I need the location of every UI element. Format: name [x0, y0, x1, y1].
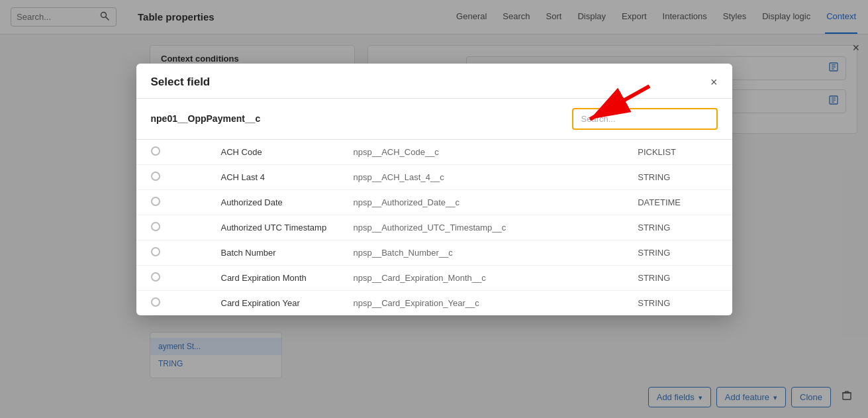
- field-label-cell: Authorized Date: [211, 189, 343, 215]
- field-type-cell: DATETIME: [627, 189, 732, 215]
- table-row[interactable]: Batch Number npsp__Batch_Number__c STRIN…: [136, 240, 732, 265]
- field-type-cell: STRING: [627, 290, 732, 315]
- radio-button[interactable]: [151, 172, 160, 181]
- table-row[interactable]: Authorized Date npsp__Authorized_Date__c…: [136, 189, 732, 215]
- table-row[interactable]: Card Expiration Month npsp__Card_Expirat…: [136, 265, 732, 290]
- table-row[interactable]: ACH Code npsp__ACH_Code__c PICKLIST: [136, 140, 732, 165]
- modal-subheader: npe01__OppPayment__c: [136, 99, 732, 140]
- field-selection-table: ACH Code npsp__ACH_Code__c PICKLIST ACH …: [136, 140, 732, 315]
- modal-overlay[interactable]: Select field × npe01__OppPayment__c ACH …: [0, 0, 868, 418]
- table-row[interactable]: Card Expiration Year npsp__Card_Expirati…: [136, 290, 732, 315]
- page-background: Table properties General Search Sort Dis…: [0, 0, 868, 418]
- modal-close-button[interactable]: ×: [710, 76, 718, 88]
- field-type-cell: PICKLIST: [627, 140, 732, 165]
- table-row[interactable]: ACH Last 4 npsp__ACH_Last_4__c STRING: [136, 164, 732, 189]
- field-label-cell: Card Expiration Month: [211, 265, 343, 290]
- radio-button[interactable]: [151, 222, 160, 231]
- field-type-cell: STRING: [627, 240, 732, 265]
- modal-body: ACH Code npsp__ACH_Code__c PICKLIST ACH …: [136, 140, 732, 315]
- field-label-cell: ACH Last 4: [211, 164, 343, 189]
- field-api-cell: npsp__Authorized_UTC_Timestamp__c: [343, 215, 628, 240]
- radio-button[interactable]: [151, 247, 160, 256]
- field-api-cell: npsp__Batch_Number__c: [343, 240, 628, 265]
- radio-button[interactable]: [151, 297, 160, 307]
- field-type-cell: STRING: [627, 164, 732, 189]
- select-field-modal: Select field × npe01__OppPayment__c ACH …: [136, 64, 732, 315]
- field-type-cell: STRING: [627, 265, 732, 290]
- field-label-cell: Batch Number: [211, 240, 343, 265]
- radio-button[interactable]: [151, 272, 160, 282]
- radio-button[interactable]: [151, 146, 160, 156]
- field-api-cell: npsp__Card_Expiration_Month__c: [343, 265, 628, 290]
- field-api-cell: npsp__ACH_Last_4__c: [343, 164, 628, 189]
- modal-header: Select field ×: [136, 64, 732, 99]
- field-label-cell: Authorized UTC Timestamp: [211, 215, 343, 240]
- table-row[interactable]: Authorized UTC Timestamp npsp__Authorize…: [136, 215, 732, 240]
- field-type-cell: STRING: [627, 215, 732, 240]
- field-api-cell: npsp__Authorized_Date__c: [343, 189, 628, 215]
- field-label-cell: Card Expiration Year: [211, 290, 343, 315]
- modal-title: Select field: [151, 76, 211, 89]
- field-api-cell: npsp__ACH_Code__c: [343, 140, 628, 165]
- modal-search-input[interactable]: [572, 108, 718, 130]
- modal-object-name: npe01__OppPayment__c: [151, 113, 261, 124]
- field-label-cell: ACH Code: [211, 140, 343, 165]
- radio-button[interactable]: [151, 197, 160, 206]
- field-api-cell: npsp__Card_Expiration_Year__c: [343, 290, 628, 315]
